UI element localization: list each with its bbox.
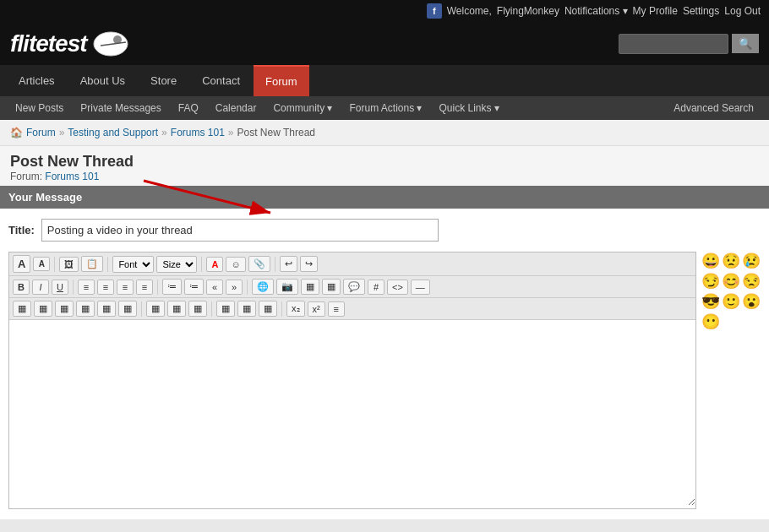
message-textarea[interactable] [9, 320, 695, 506]
toolbar-btn-r3-12[interactable]: ▦ [259, 301, 277, 317]
toolbar-hr[interactable]: — [411, 280, 430, 295]
toolbar-ordered-list[interactable]: ≔ [162, 279, 182, 295]
subnav-calendar[interactable]: Calendar [207, 96, 265, 120]
section-header: Your Message [0, 186, 769, 209]
smiley-5[interactable]: 😊 [722, 272, 740, 290]
toolbar-size-select[interactable]: Size [156, 256, 197, 273]
toolbar-justify[interactable]: ≡ [136, 280, 153, 295]
toolbar-row-1: A A 🖼 📋 Font Size A ☺ 📎 [9, 252, 695, 276]
toolbar-btn-r3-11[interactable]: ▦ [237, 301, 256, 317]
smiley-9[interactable]: 😮 [742, 292, 761, 311]
logo-icon [92, 29, 130, 58]
title-input[interactable] [41, 219, 439, 242]
toolbar-clipboard[interactable]: 📋 [81, 256, 103, 272]
title-label: Title: [8, 224, 35, 236]
toolbar-unordered-list[interactable]: ≔ [184, 279, 204, 295]
nav-about[interactable]: About Us [68, 66, 137, 95]
toolbar-insert-image[interactable]: 🖼 [59, 257, 79, 272]
subnav-new-posts[interactable]: New Posts [7, 96, 72, 120]
notifications-link[interactable]: Notifications ▾ [564, 5, 628, 17]
toolbar-align-right[interactable]: ≡ [117, 280, 134, 295]
smiley-1[interactable]: 😀 [701, 252, 720, 270]
search-input[interactable] [619, 34, 728, 54]
toolbar-undo[interactable]: ↩ [280, 256, 297, 272]
search-button[interactable]: 🔍 [732, 34, 759, 53]
toolbar-btn-r3-3[interactable]: ▦ [55, 301, 74, 317]
content-area: Your Message Title: [0, 186, 769, 519]
toolbar-font-size-decrease[interactable]: A [33, 257, 50, 271]
subnav-quick-links[interactable]: Quick Links ▾ [431, 96, 508, 120]
nav-bar: Articles About Us Store Contact Forum [0, 65, 769, 96]
toolbar-btn-r3-7[interactable]: ▦ [146, 301, 165, 317]
page-subtitle: Forum: Forums 101 [10, 171, 759, 182]
toolbar-bold[interactable]: B [13, 280, 30, 295]
nav-store[interactable]: Store [139, 66, 188, 95]
toolbar-font-select[interactable]: Font [112, 256, 154, 273]
toolbar-superscript[interactable]: x² [308, 301, 325, 317]
toolbar-row-3: ▦ ▦ ▦ ▦ ▦ ▦ ▦ ▦ ▦ ▦ ▦ ▦ x₂ x² [9, 298, 695, 320]
my-profile-link[interactable]: My Profile [633, 5, 678, 17]
logout-link[interactable]: Log Out [724, 5, 761, 17]
toolbar-font-size-increase[interactable]: A [13, 255, 30, 273]
toolbar-btn-r3-9[interactable]: ▦ [188, 301, 207, 317]
site-logo[interactable]: flitetest [10, 30, 87, 57]
editor-wrapper: A A 🖼 📋 Font Size A ☺ 📎 [8, 252, 761, 509]
facebook-icon[interactable]: f [427, 3, 442, 19]
subnav-faq[interactable]: FAQ [170, 96, 207, 120]
smiley-8[interactable]: 🙂 [722, 292, 740, 311]
breadcrumb-forum[interactable]: Forum [26, 127, 56, 138]
breadcrumb-sep1: » [59, 127, 65, 138]
subnav-community[interactable]: Community ▾ [265, 96, 341, 120]
smiley-4[interactable]: 😏 [701, 272, 720, 290]
smiley-10[interactable]: 😶 [701, 312, 720, 331]
toolbar-attach[interactable]: 📎 [248, 256, 270, 272]
toolbar-italic[interactable]: I [32, 280, 49, 295]
toolbar-align-left[interactable]: ≡ [78, 280, 95, 295]
toolbar-btn-r3-4[interactable]: ▦ [76, 301, 95, 317]
toolbar-redo[interactable]: ↪ [300, 256, 318, 272]
toolbar-quote[interactable]: 💬 [343, 279, 365, 295]
nav-forum[interactable]: Forum [254, 65, 309, 96]
smiley-7[interactable]: 😎 [701, 292, 720, 311]
top-bar: f Welcome, FlyingMonkey Notifications ▾ … [0, 0, 769, 22]
settings-link[interactable]: Settings [683, 5, 719, 17]
toolbar-btn-r3-1[interactable]: ▦ [13, 301, 31, 317]
smiley-6[interactable]: 😒 [742, 272, 761, 290]
username-link[interactable]: FlyingMonkey [497, 5, 559, 17]
toolbar-indent-decrease[interactable]: « [206, 280, 223, 295]
toolbar-code[interactable]: <> [387, 280, 408, 295]
subnav-private-messages[interactable]: Private Messages [72, 96, 169, 120]
breadcrumb-current: Post New Thread [237, 127, 316, 138]
toolbar-clear-format[interactable]: ≡ [328, 301, 345, 317]
toolbar-align-center[interactable]: ≡ [97, 280, 114, 295]
toolbar-btn-r3-2[interactable]: ▦ [34, 301, 52, 317]
toolbar-font-color[interactable]: A [206, 257, 223, 272]
forum-link[interactable]: Forums 101 [45, 171, 99, 182]
toolbar-btn-r3-5[interactable]: ▦ [97, 301, 116, 317]
toolbar-hash[interactable]: # [368, 280, 384, 295]
toolbar-btn-r3-8[interactable]: ▦ [167, 301, 186, 317]
toolbar-image-insert[interactable]: 📷 [276, 279, 298, 295]
toolbar-row-2: B I U ≡ ≡ ≡ ≡ ≔ ≔ « » 🌐 📷 ▦ [9, 276, 695, 298]
breadcrumb-testing[interactable]: Testing and Support [68, 127, 158, 138]
smiley-2[interactable]: 😟 [722, 252, 740, 270]
smiley-3[interactable]: 😢 [742, 252, 761, 270]
toolbar-media[interactable]: ▦ [322, 279, 341, 295]
toolbar-underline[interactable]: U [52, 280, 68, 295]
home-icon: 🏠 [10, 127, 23, 138]
breadcrumb-forums101[interactable]: Forums 101 [171, 127, 225, 138]
toolbar-btn-r3-6[interactable]: ▦ [118, 301, 137, 317]
subnav-forum-actions[interactable]: Forum Actions ▾ [341, 96, 430, 120]
toolbar-table[interactable]: ▦ [301, 279, 319, 295]
nav-contact[interactable]: Contact [190, 66, 252, 95]
logo-bar: flitetest 🔍 [0, 22, 769, 65]
toolbar-btn-r3-10[interactable]: ▦ [216, 301, 235, 317]
toolbar-smiley-btn[interactable]: ☺ [226, 257, 245, 272]
toolbar-indent-increase[interactable]: » [226, 280, 243, 295]
toolbar-subscript[interactable]: x₂ [286, 301, 305, 317]
advanced-search-link[interactable]: Advanced Search [665, 96, 762, 120]
search-bar: 🔍 [619, 34, 759, 54]
nav-articles[interactable]: Articles [7, 66, 67, 95]
welcome-text: Welcome, [447, 5, 492, 17]
toolbar-link[interactable]: 🌐 [252, 279, 274, 295]
